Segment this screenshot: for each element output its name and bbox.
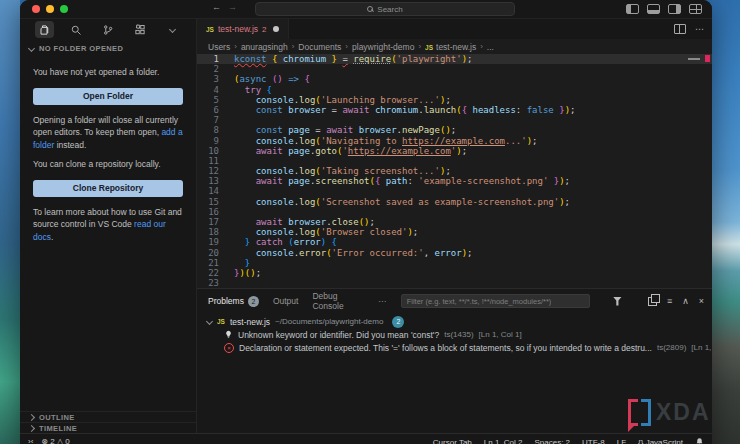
breadcrumb-item[interactable]: JStest-new.js	[425, 42, 476, 52]
problem-item[interactable]: Unknown keyword or identifier. Did you m…	[197, 328, 712, 341]
editor-tab-test-new-js[interactable]: JS test-new.js 2	[197, 19, 289, 39]
status-item--javascript[interactable]: {} JavaScript	[638, 438, 683, 444]
line-number: 9	[197, 136, 219, 146]
line-content: } catch (error) {	[219, 237, 337, 247]
source-control-icon[interactable]	[99, 21, 118, 38]
sidebar-text: .	[51, 232, 53, 242]
js-file-icon: JS	[217, 318, 225, 325]
explorer-icon[interactable]	[35, 21, 54, 38]
code-line[interactable]: 1kconst { chromium } = require('playwrig…	[197, 54, 712, 64]
status-item-utf-8[interactable]: UTF-8	[582, 438, 605, 444]
problems-file-row[interactable]: JStest-new.js~/Documents/playwright-demo…	[197, 315, 712, 328]
error-count-icon: ⊗	[41, 437, 48, 444]
modified-dot-icon[interactable]	[273, 26, 279, 32]
close-window-button[interactable]	[32, 5, 40, 13]
problems-filter-input[interactable]: Filter (e.g. text, **/*.ts, !**/node_mod…	[401, 294, 590, 308]
toggle-panel-icon[interactable]	[647, 4, 660, 14]
code-line[interactable]: 23	[197, 278, 712, 288]
line-number: 14	[197, 186, 219, 196]
more-actions-icon[interactable]: ⋯	[695, 25, 704, 33]
sidebar-section-header[interactable]: NO FOLDER OPENED	[20, 40, 196, 55]
window-controls	[32, 5, 68, 13]
code-line[interactable]: 14	[197, 186, 712, 196]
notifications-bell-icon[interactable]	[695, 437, 704, 444]
code-line[interactable]: 22})();	[197, 268, 712, 278]
toggle-secondary-sidebar-icon[interactable]	[668, 4, 681, 14]
code-line[interactable]: 21 }	[197, 258, 712, 268]
code-line[interactable]: 10 await page.goto('https://example.com'…	[197, 146, 712, 156]
status-item-lf[interactable]: LF	[617, 438, 626, 444]
main-row: NO FOLDER OPENED You have not yet opened…	[20, 19, 712, 433]
problem-item[interactable]: ×Declaration or statement expected. This…	[197, 341, 712, 354]
line-content: console.log('Navigating to https://examp…	[219, 136, 538, 146]
code-line[interactable]: 9 console.log('Navigating to https://exa…	[197, 136, 712, 146]
breadcrumb-item[interactable]: Users	[208, 42, 230, 52]
code-line[interactable]: 19 } catch (error) {	[197, 237, 712, 247]
panel-tab-output[interactable]: Output	[273, 291, 299, 311]
code-line[interactable]: 15 console.log('Screenshot saved as exam…	[197, 197, 712, 207]
code-line[interactable]: 6 const browser = await chromium.launch(…	[197, 105, 712, 115]
code-line[interactable]: 18 console.log('Browser closed');	[197, 227, 712, 237]
sidebar-paragraph: You can clone a repository locally.	[33, 158, 183, 171]
open-in-editor-icon[interactable]	[648, 297, 657, 306]
line-content: console.log('Launching browser...');	[219, 95, 451, 105]
panel-tab-problems[interactable]: Problems2	[208, 291, 259, 311]
remote-indicator-icon[interactable]: ›‹	[28, 437, 33, 444]
panel-tab-debug-console[interactable]: Debug Console	[312, 291, 364, 311]
status-item-ln-1-col-2[interactable]: Ln 1, Col 2	[484, 438, 523, 444]
code-line[interactable]: 17 await browser.close();	[197, 217, 712, 227]
code-line[interactable]: 7	[197, 115, 712, 125]
sidebar-paragraph: To learn more about how to use Git and s…	[33, 206, 183, 244]
search-view-icon[interactable]	[67, 21, 86, 38]
code-line[interactable]: 20 console.error('Error occurred:', erro…	[197, 248, 712, 258]
status-item-cursor-tab[interactable]: Cursor Tab	[433, 438, 472, 444]
panel-tab--[interactable]: ···	[378, 291, 387, 311]
problems-status[interactable]: ⊗ 2 △ 0	[41, 437, 69, 444]
filter-icon[interactable]	[613, 297, 622, 306]
extensions-icon[interactable]	[131, 21, 150, 38]
open-folder-button[interactable]: Open Folder	[33, 88, 183, 105]
code-line[interactable]: 2	[197, 64, 712, 74]
line-content	[219, 278, 234, 288]
breadcrumb-item[interactable]: playwright-demo	[352, 42, 414, 52]
code-line[interactable]: 11	[197, 156, 712, 166]
line-number: 12	[197, 166, 219, 176]
view-as-list-icon[interactable]: ≡	[667, 297, 672, 306]
minimize-window-button[interactable]	[46, 5, 54, 13]
outline-section[interactable]: OUTLINE	[20, 411, 196, 422]
customize-layout-icon[interactable]	[689, 4, 702, 14]
code-line[interactable]: 5 console.log('Launching browser...');	[197, 95, 712, 105]
code-line[interactable]: 4 try {	[197, 85, 712, 95]
views-chevron-down-icon[interactable]	[163, 21, 182, 38]
code-line[interactable]: 13 await page.screenshot({ path: 'exampl…	[197, 176, 712, 186]
split-editor-icon[interactable]	[674, 24, 686, 34]
problems-file-path: ~/Documents/playwright-demo	[275, 317, 383, 326]
code-line[interactable]: 16	[197, 207, 712, 217]
status-item-spaces-2[interactable]: Spaces: 2	[534, 438, 570, 444]
line-number: 8	[197, 125, 219, 135]
code-line[interactable]: 12 console.log('Taking screenshot...');	[197, 166, 712, 176]
tab-filename: test-new.js	[218, 24, 258, 34]
maximize-panel-icon[interactable]: ∧	[682, 297, 689, 306]
code-line[interactable]: 8 const page = await browser.newPage();	[197, 125, 712, 135]
sidebar-text: instead.	[54, 140, 86, 150]
command-search-box[interactable]: Search	[255, 2, 515, 16]
breadcrumb-item[interactable]: ...	[487, 42, 494, 52]
lightbulb-icon	[224, 330, 233, 339]
breadcrumb-item[interactable]: anuragsingh	[241, 42, 288, 52]
back-icon[interactable]: ←	[212, 2, 221, 12]
close-panel-icon[interactable]: ×	[699, 297, 704, 306]
code-editor[interactable]: 1kconst { chromium } = require('playwrig…	[197, 54, 712, 288]
code-line[interactable]: 3(async () => {	[197, 74, 712, 84]
panel-tabs-container: Problems2OutputDebug Console···	[208, 291, 387, 311]
breadcrumb-item[interactable]: Documents	[298, 42, 341, 52]
toggle-primary-sidebar-icon[interactable]	[626, 4, 639, 14]
js-file-icon: JS	[206, 26, 214, 33]
timeline-section[interactable]: TIMELINE	[20, 422, 196, 433]
timeline-label: TIMELINE	[39, 424, 77, 433]
line-number: 19	[197, 237, 219, 247]
clone-repository-button[interactable]: Clone Repository	[33, 180, 183, 197]
problem-location: [Ln 1, Col 21]	[691, 343, 712, 352]
forward-icon[interactable]: →	[228, 2, 237, 12]
zoom-window-button[interactable]	[60, 5, 68, 13]
